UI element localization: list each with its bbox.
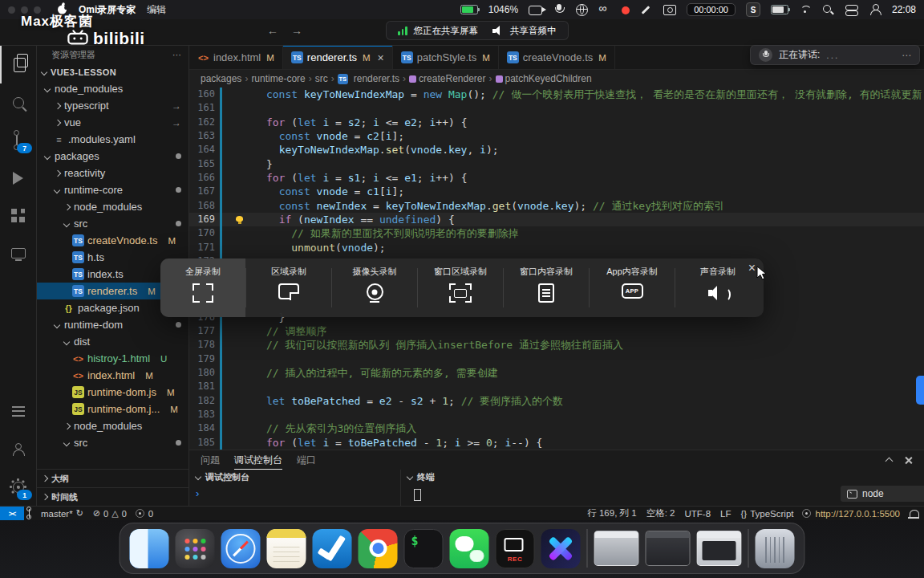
floating-widget-tab[interactable] — [916, 376, 924, 405]
code-line-163[interactable]: 163 const vnode = c2[i]; — [189, 129, 924, 143]
close-icon[interactable]: × — [378, 51, 384, 64]
wechat-dock-icon[interactable] — [450, 529, 489, 568]
vscode-dock-icon[interactable] — [313, 529, 352, 568]
debug-console-prompt[interactable]: › — [189, 484, 400, 499]
menubar-edit-menu[interactable]: 编辑 — [147, 3, 166, 17]
record-mode-区域录制[interactable]: 区域录制 — [246, 258, 331, 317]
video-editor-dock-icon[interactable] — [541, 529, 581, 568]
source-control-view-icon[interactable]: 7 — [0, 121, 36, 159]
record-mode-窗口内容录制[interactable]: 窗口内容录制 — [504, 258, 589, 317]
navigate-back-button[interactable]: ← — [267, 24, 278, 37]
spotlight-search-icon[interactable] — [822, 4, 835, 15]
menubar-app-name[interactable]: Omi录屏专家 — [79, 3, 136, 17]
close-icon[interactable]: × — [748, 262, 756, 275]
code-line-165[interactable]: 165 } — [189, 157, 924, 171]
breadcrumb-item[interactable]: TSrenderer.ts — [338, 73, 399, 84]
record-dot-icon[interactable] — [622, 6, 630, 14]
safari-dock-icon[interactable] — [221, 529, 261, 568]
code-line-171[interactable]: 171 unmount(vnode); — [189, 241, 924, 254]
code-line-180[interactable]: 180 // 插入的过程中, 可能新的元素的多, 需要创建 — [189, 366, 924, 380]
notes-dock-icon[interactable] — [267, 529, 306, 568]
code-line-185[interactable]: 185 for (let i = toBePatched - 1; i >= 0… — [189, 436, 924, 450]
file-histroy-1.html[interactable]: <>histroy-1.htmlU — [37, 350, 188, 367]
tab-renderer.ts[interactable]: TSrenderer.tsM× — [283, 46, 393, 69]
code-line-177[interactable]: 177 // 调整顺序 — [189, 324, 924, 338]
settings-gear-icon[interactable]: 1 — [0, 468, 36, 506]
record-mode-窗口区域录制[interactable]: 窗口区域录制 — [418, 258, 503, 317]
folder-dist[interactable]: dist — [37, 333, 188, 350]
indentation-item[interactable]: 空格: 2 — [642, 507, 680, 520]
tab-index.html[interactable]: <>index.htmlM — [189, 46, 283, 69]
breadcrumb-item[interactable]: packages — [201, 73, 241, 84]
file-index.html[interactable]: <>index.htmlM — [37, 367, 188, 384]
run-debug-view-icon[interactable] — [0, 159, 36, 197]
folder-packages[interactable]: packages — [37, 148, 188, 165]
explorer-view-icon[interactable] — [0, 46, 38, 83]
git-branch-item[interactable]: master* ↻ — [24, 507, 88, 520]
code-line-184[interactable]: 184 // 先从索引为3的位置倒序插入 — [189, 421, 924, 435]
code-line-182[interactable]: 182 let toBePatched = e2 - s2 + 1; // 要倒… — [189, 394, 924, 408]
folder-typescript[interactable]: typescript→ — [37, 97, 188, 114]
terminal-dock-icon[interactable] — [404, 529, 444, 568]
panel-tab-调试控制台[interactable]: 调试控制台 — [234, 450, 282, 470]
problems-item[interactable]: ⊘ 0 △ 0 — [88, 507, 132, 520]
navigate-forward-button[interactable]: → — [291, 24, 302, 37]
panel-tab-端口[interactable]: 端口 — [297, 450, 316, 470]
notifications-bell-icon[interactable] — [910, 510, 919, 518]
screen-share-banner[interactable]: 您正在共享屏幕 共享音频中 — [386, 21, 569, 40]
folder-node_modules[interactable]: node_modules — [37, 80, 188, 97]
ports-item[interactable]: 0 — [132, 507, 158, 520]
project-root-row[interactable]: VUE3-LESSON — [37, 63, 188, 80]
eol-item[interactable]: LF — [715, 507, 736, 520]
terminal-instance[interactable]: node — [841, 486, 924, 502]
accounts-icon[interactable] — [0, 430, 36, 468]
window-traffic-lights[interactable] — [8, 6, 41, 14]
folder-reactivity[interactable]: reactivity — [37, 165, 188, 181]
folder-runtime-dom[interactable]: runtime-dom — [37, 316, 188, 333]
lightbulb-icon[interactable] — [236, 216, 243, 222]
chrome-dock-icon[interactable] — [359, 529, 398, 568]
remote-explorer-view-icon[interactable] — [0, 234, 36, 272]
wifi-icon[interactable] — [799, 4, 812, 15]
code-line-181[interactable]: 181 — [189, 380, 924, 393]
user-switch-icon[interactable] — [869, 4, 881, 15]
breadcrumb-item[interactable]: src — [315, 73, 328, 84]
code-line-160[interactable]: 160 const keyToNewIndexMap = new Map(); … — [189, 88, 924, 101]
folder-src[interactable]: src — [37, 434, 188, 451]
camera-icon[interactable] — [663, 5, 676, 15]
remote-indicator[interactable]: >< — [0, 507, 24, 520]
globe-icon[interactable] — [576, 4, 588, 16]
file-runtime-dom.js[interactable]: JSruntime-dom.jsM — [37, 384, 188, 401]
trash-dock-icon[interactable] — [756, 529, 795, 568]
infinity-icon[interactable] — [598, 4, 611, 15]
more-options-icon[interactable]: ⋯ — [902, 50, 911, 61]
file-createVnode.ts[interactable]: TScreateVnode.tsM — [37, 232, 188, 249]
encoding-item[interactable]: UTF-8 — [679, 507, 715, 520]
screen-recorder-dock-icon[interactable] — [496, 529, 535, 568]
search-view-icon[interactable] — [0, 83, 36, 121]
microphone-icon[interactable] — [553, 4, 565, 15]
breadcrumb-item[interactable]: runtime-core — [251, 73, 305, 84]
code-line-179[interactable]: 179 — [189, 352, 924, 366]
code-line-170[interactable]: 170 // 如果新的里面找不到则说明老的有的要删除掉 — [189, 226, 924, 240]
folder-src[interactable]: src — [37, 215, 188, 232]
code-line-164[interactable]: 164 keyToNewIndexMap.set(vnode.key, i); — [189, 143, 924, 157]
s-app-icon[interactable]: S — [746, 2, 760, 17]
code-line-178[interactable]: 178 // 我们可以按照新的队列 倒序插入insertBefore 通过参照物… — [189, 338, 924, 352]
menubar-clock[interactable]: 22:08 — [892, 4, 916, 15]
code-line-183[interactable]: 183 — [189, 408, 924, 421]
sync-icon[interactable]: ↻ — [76, 508, 83, 519]
code-line-167[interactable]: 167 const vnode = c1[i]; — [189, 185, 924, 198]
extensions-view-icon[interactable] — [0, 197, 36, 234]
code-line-161[interactable]: 161 — [189, 101, 924, 115]
chevron-down-icon[interactable] — [406, 473, 414, 481]
recording-timer[interactable]: 00:00:00 — [687, 3, 736, 16]
explorer-actions-icon[interactable]: ⋯ — [172, 50, 182, 60]
chevron-down-icon[interactable] — [194, 473, 202, 481]
folder-node_modules[interactable]: node_modules — [37, 417, 188, 434]
window-preview-2-dock-icon[interactable] — [646, 531, 691, 566]
file-.modules.yaml[interactable]: ≡.modules.yaml — [37, 131, 188, 148]
folder-vue[interactable]: vue→ — [37, 114, 188, 131]
file-runtime-dom.j...[interactable]: JSruntime-dom.j...M — [37, 401, 188, 417]
video-camera-icon[interactable] — [529, 6, 542, 15]
